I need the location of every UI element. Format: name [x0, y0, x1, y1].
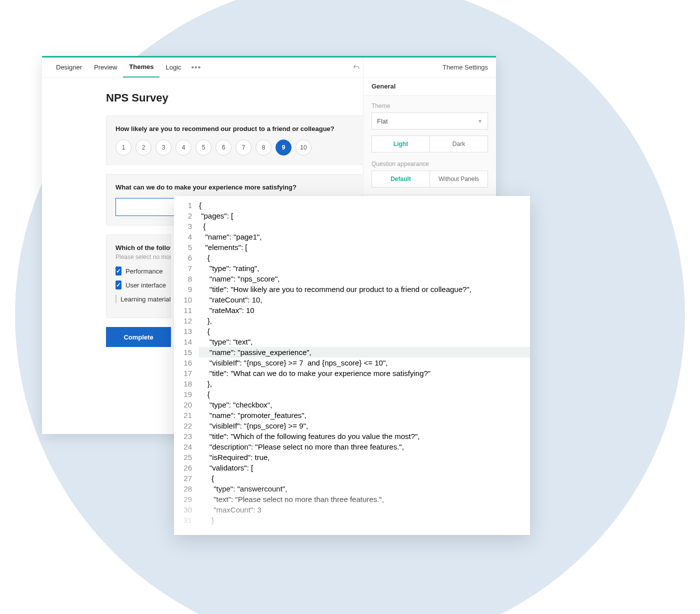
- q3-desc: Please select no more th: [116, 254, 162, 260]
- tab-logic[interactable]: Logic: [160, 58, 187, 78]
- tab-themes[interactable]: Themes: [123, 58, 160, 78]
- code-line[interactable]: "name": "passive_experience",: [199, 347, 530, 358]
- checkbox-learning[interactable]: [116, 294, 116, 304]
- theme-select[interactable]: Flat▼: [372, 112, 488, 130]
- code-line[interactable]: "description": "Please select no more th…: [199, 442, 530, 452]
- toggle-dark[interactable]: Dark: [430, 136, 488, 152]
- code-line[interactable]: "name": "page1",: [199, 232, 530, 242]
- code-line[interactable]: "type": "rating",: [199, 263, 530, 274]
- code-line[interactable]: "rateMax": 10: [199, 305, 530, 316]
- toggle-without-panels[interactable]: Without Panels: [430, 171, 488, 187]
- code-line[interactable]: "title": "How likely are you to recommen…: [199, 284, 530, 294]
- code-line[interactable]: "name": "promoter_features",: [199, 410, 530, 420]
- code-line[interactable]: },: [199, 378, 530, 389]
- checkbox-performance[interactable]: [116, 266, 122, 276]
- qa-toggle: Default Without Panels: [372, 170, 488, 188]
- cb-label: Performance: [126, 268, 162, 275]
- tab-preview[interactable]: Preview: [88, 58, 123, 78]
- code-line[interactable]: {: [199, 200, 530, 210]
- code-line[interactable]: "title": "What can we do to make your ex…: [199, 368, 530, 378]
- toggle-light[interactable]: Light: [372, 136, 430, 152]
- cb-label: User interface: [126, 282, 166, 289]
- code-line[interactable]: "elements": [: [199, 242, 530, 252]
- complete-button[interactable]: Complete: [106, 327, 171, 347]
- rating-10[interactable]: 10: [296, 140, 312, 156]
- rating-2[interactable]: 2: [136, 140, 152, 156]
- rating-6[interactable]: 6: [216, 140, 232, 156]
- code-line[interactable]: "isRequired": true,: [199, 452, 530, 462]
- undo-icon[interactable]: [352, 63, 361, 72]
- code-line[interactable]: "validators": [: [199, 462, 530, 473]
- question-checkbox: Which of the following f Please select n…: [106, 234, 171, 318]
- code-line[interactable]: "rateCount": 10,: [199, 294, 530, 305]
- checkbox-ui[interactable]: [116, 280, 122, 290]
- rating-9[interactable]: 9: [276, 140, 292, 156]
- chevron-down-icon: ▼: [478, 118, 482, 124]
- toggle-default[interactable]: Default: [372, 171, 430, 187]
- rating-8[interactable]: 8: [256, 140, 272, 156]
- q3-title: Which of the following f: [116, 244, 162, 252]
- rating-3[interactable]: 3: [156, 140, 172, 156]
- code-editor-window: 1234567891011121314151617181920212223242…: [174, 196, 530, 535]
- line-gutter: 1234567891011121314151617181920212223242…: [174, 196, 196, 535]
- theme-label: Theme: [372, 102, 488, 110]
- code-line[interactable]: "pages": [: [199, 210, 530, 221]
- panel-title: Theme Settings: [364, 58, 496, 78]
- qa-label: Question appearance: [372, 160, 488, 168]
- code-line[interactable]: "type": "text",: [199, 336, 530, 347]
- code-line[interactable]: "type": "checkbox",: [199, 400, 530, 410]
- code-line[interactable]: "visibleIf": "{nps_score} >= 7 and {nps_…: [199, 358, 530, 368]
- code-line[interactable]: {: [199, 389, 530, 400]
- section-general[interactable]: General: [364, 78, 496, 96]
- code-body[interactable]: { "pages": [ { "name": "page1", "element…: [196, 196, 530, 535]
- code-line[interactable]: {: [199, 326, 530, 336]
- code-line[interactable]: "title": "Which of the following feature…: [199, 431, 530, 442]
- code-line[interactable]: "visibleIf": "{nps_score} >= 9",: [199, 420, 530, 431]
- code-line[interactable]: {: [199, 473, 530, 484]
- code-line[interactable]: {: [199, 252, 530, 263]
- tab-designer[interactable]: Designer: [50, 58, 88, 78]
- code-line[interactable]: {: [199, 221, 530, 232]
- light-dark-toggle: Light Dark: [372, 136, 488, 152]
- code-line[interactable]: },: [199, 316, 530, 326]
- code-line[interactable]: "name": "nps_score",: [199, 274, 530, 284]
- rating-1[interactable]: 1: [116, 140, 132, 156]
- more-tabs-icon[interactable]: •••: [188, 63, 206, 72]
- rating-7[interactable]: 7: [236, 140, 252, 156]
- cb-label: Learning materials: [120, 296, 171, 303]
- rating-5[interactable]: 5: [196, 140, 212, 156]
- rating-4[interactable]: 4: [176, 140, 192, 156]
